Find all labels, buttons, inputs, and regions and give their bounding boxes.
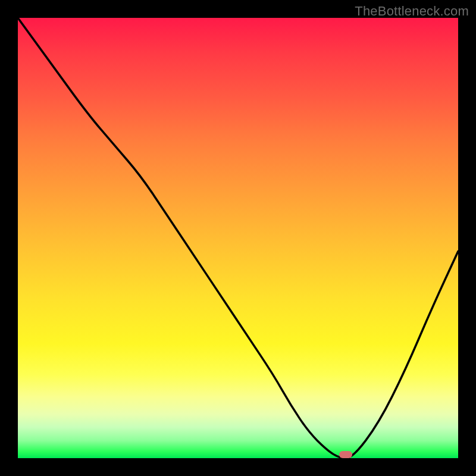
plot-area [18,18,458,458]
curve-path [18,18,458,458]
bottleneck-curve [18,18,458,458]
watermark-text: TheBottleneck.com [355,4,469,19]
chart-frame: TheBottleneck.com [0,0,476,476]
optimal-point-marker [339,451,352,458]
